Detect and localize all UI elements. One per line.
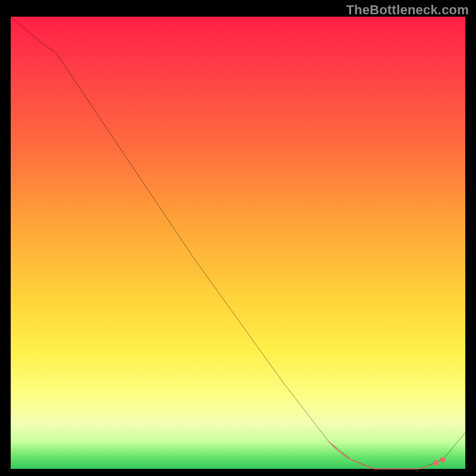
plot-area <box>11 17 465 469</box>
watermark-text: TheBottleneck.com <box>346 2 469 18</box>
curve-line <box>11 17 465 469</box>
highlight-dot-1 <box>433 461 439 466</box>
highlight-dot-2 <box>440 457 445 462</box>
curve-highlight <box>329 441 429 469</box>
chart-frame: TheBottleneck.com <box>0 0 476 476</box>
bottleneck-curve <box>11 17 465 469</box>
